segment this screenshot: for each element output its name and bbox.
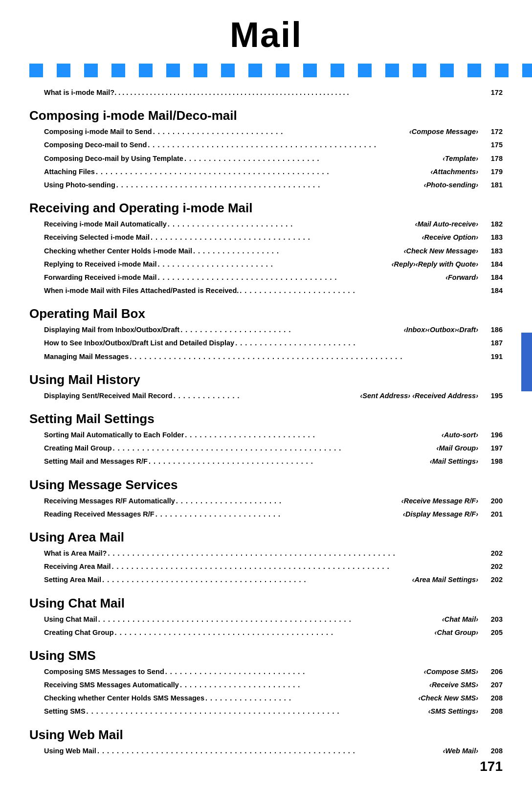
entry-page: 186	[478, 324, 503, 336]
entry-page: 198	[478, 456, 503, 467]
entry-page: 202	[478, 548, 503, 559]
entry-page: 191	[478, 351, 503, 362]
page-number: 171	[480, 759, 503, 774]
toc-entry: Replying to Received i-mode Mail . . . .…	[29, 258, 503, 271]
checker-cell-23	[344, 64, 358, 77]
checker-cell-13	[207, 64, 221, 77]
toc-entry: Displaying Mail from Inbox/Outbox/Draft …	[29, 323, 503, 337]
entry-dots: . . . . . . . . . . . . . . . . . . . . …	[239, 285, 478, 296]
entry-label: Attaching Files	[44, 166, 95, 178]
entry-label: Receiving Area Mail	[44, 561, 111, 572]
checker-cell-36	[522, 64, 532, 77]
checker-cell-10	[166, 64, 180, 77]
checker-cell-29	[426, 64, 440, 77]
entry-label: How to See Inbox/Outbox/Draft List and D…	[44, 338, 234, 349]
right-tab	[521, 333, 532, 391]
entry-dots: . . . . . . . . . . . . . . . . . . . . …	[129, 351, 478, 362]
entry-page: 203	[478, 614, 503, 625]
checker-cell-8	[139, 64, 153, 77]
toc-entry: Checking whether Center Holds i-mode Mai…	[29, 245, 503, 258]
entry-label: Checking whether Center Holds i-mode Mai…	[44, 246, 192, 257]
entry-label: Receiving Messages R/F Automatically	[44, 496, 175, 507]
entry-page: 187	[478, 338, 503, 349]
entry-dots: . . . . . . . . . . . . . . . . . . . . …	[179, 324, 404, 336]
entry-shortcut: ‹Check New Message›	[404, 246, 478, 257]
entry-dots: . . . . . . . . . . . . . . . . . . . . …	[101, 574, 412, 586]
entry-label: Using Web Mail	[44, 745, 96, 757]
toc-entry: Using Web Mail . . . . . . . . . . . . .…	[29, 744, 503, 758]
checker-cell-27	[399, 64, 413, 77]
entry-dots: . . . . . . . . . . . . . . . . . . . . …	[184, 429, 442, 441]
entry-page: 208	[478, 693, 503, 704]
checker-cell-20	[303, 64, 317, 77]
entry-shortcut: ‹Reply›‹Reply with Quote›	[392, 259, 478, 270]
entry-dots: . . . . . . . . . . . . . . . . . . . . …	[156, 259, 391, 270]
toc-entry: Composing i-mode Mail to Send . . . . . …	[29, 125, 503, 138]
section-header-3: Using Mail History	[29, 372, 503, 387]
checker-cell-5	[98, 64, 111, 77]
entry-dots: . . . . . . . . . . . . . . . . . . . . …	[179, 679, 429, 691]
entry-shortcut: ‹Chat Group›	[435, 627, 478, 638]
page-title: Mail	[29, 15, 503, 55]
intro-label: What is i-mode Mail?. . . . . . . . . . …	[44, 87, 349, 98]
checker-cell-30	[440, 64, 454, 77]
section-header-8: Using SMS	[29, 648, 503, 663]
entry-dots: . . . . . . . . . . . . . . . . . . . . …	[148, 456, 430, 467]
entry-shortcut: ‹Receive Message R/F›	[401, 496, 478, 507]
checker-bar	[29, 64, 503, 77]
entry-dots: . . . . . . . . . . . . . . . . . . . . …	[95, 166, 431, 178]
entry-page: 178	[478, 153, 503, 164]
section-header-1: Receiving and Operating i-mode Mail	[29, 201, 503, 216]
section-header-2: Operating Mail Box	[29, 306, 503, 321]
checker-cell-7	[125, 64, 139, 77]
entry-page: 206	[478, 666, 503, 677]
checker-cell-1	[43, 64, 57, 77]
toc-entry: Reading Received Messages R/F . . . . . …	[29, 508, 503, 521]
entry-dots: . . . . . . . . . . . . . . . . . . . . …	[112, 443, 437, 454]
checker-cell-0	[29, 64, 43, 77]
entry-shortcut: ‹Compose SMS›	[424, 666, 478, 677]
entry-page: 202	[478, 574, 503, 586]
entry-dots: . . . . . . . . . . . . . . . . . . . . …	[164, 666, 424, 677]
toc-entry: Setting Area Mail. . . . . . . . . . . .…	[29, 573, 503, 586]
entry-label: Receiving SMS Messages Automatically	[44, 679, 179, 691]
entry-label: Composing Deco-mail by Using Template	[44, 153, 183, 164]
entry-shortcut: ‹Attachments›	[431, 166, 478, 178]
entry-dots: . . . . . . . . . . . . . . . . . .	[192, 246, 404, 257]
entry-label: Creating Chat Group	[44, 627, 114, 638]
toc-entry: Creating Mail Group . . . . . . . . . . …	[29, 442, 503, 455]
entry-shortcut: ‹Mail Group›	[437, 443, 478, 454]
entry-dots: . . . . . . . . . . . . . . . . . . . . …	[156, 272, 445, 283]
section-header-5: Using Message Services	[29, 477, 503, 493]
entry-page: 195	[478, 390, 503, 402]
toc-entry: Receiving Messages R/F Automatically . .…	[29, 495, 503, 508]
section-header-4: Setting Mail Settings	[29, 411, 503, 427]
toc-entry: Attaching Files. . . . . . . . . . . . .…	[29, 165, 503, 179]
entry-page: 184	[478, 285, 503, 296]
toc-intro: What is i-mode Mail?. . . . . . . . . . …	[29, 86, 503, 99]
checker-cell-3	[70, 64, 84, 77]
entry-label: Setting SMS	[44, 706, 86, 717]
checker-cell-22	[331, 64, 344, 77]
checker-cell-18	[276, 64, 289, 77]
entry-page: 181	[478, 180, 503, 191]
entry-dots: . . . . . . . . . . . . . . . . . . . . …	[111, 561, 478, 572]
entry-page: 208	[478, 745, 503, 757]
toc-entry: Composing SMS Messages to Send . . . . .…	[29, 665, 503, 678]
entry-page: 184	[478, 272, 503, 283]
checker-cell-28	[413, 64, 426, 77]
entry-shortcut: ‹Chat Mail›	[442, 614, 478, 625]
entry-shortcut: ‹Receive SMS›	[429, 679, 478, 691]
entry-shortcut: ‹Mail Auto-receive›	[415, 219, 478, 230]
entry-shortcut: ‹Web Mail›	[443, 745, 478, 757]
entry-label: Composing Deco-mail to Send	[44, 139, 147, 151]
entry-page: 183	[478, 232, 503, 243]
toc-entry: Receiving SMS Messages Automatically . .…	[29, 678, 503, 692]
entry-page: 202	[478, 561, 503, 572]
entry-label: Checking whether Center Holds SMS Messag…	[44, 693, 204, 704]
entry-label: Displaying Sent/Received Mail Record	[44, 390, 173, 402]
entry-shortcut: ‹Template›	[443, 153, 478, 164]
section-header-6: Using Area Mail	[29, 530, 503, 545]
entry-dots: . . . . . . . . . . . . . . . . . . . . …	[147, 139, 478, 151]
entry-dots: . . . . . . . . . . . . . . . . . . . . …	[86, 706, 428, 717]
